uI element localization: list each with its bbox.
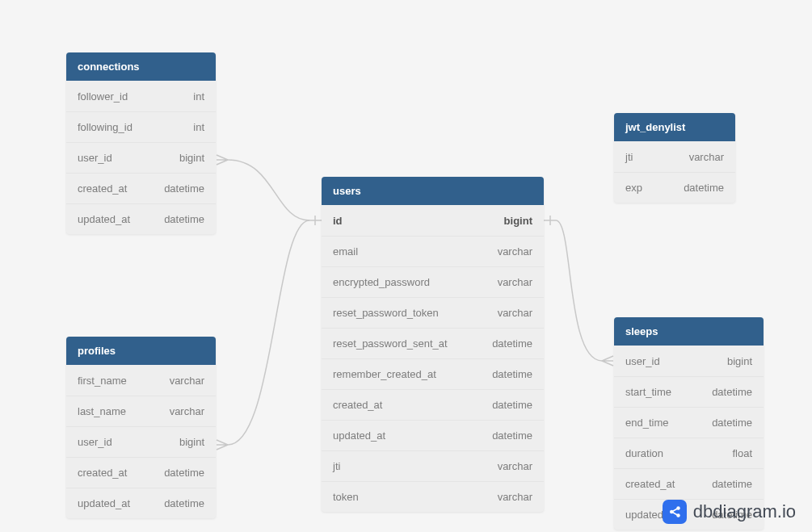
column-row[interactable]: last_namevarchar bbox=[66, 396, 216, 426]
table-header[interactable]: sleeps bbox=[614, 317, 764, 346]
column-row[interactable]: idbigint bbox=[322, 205, 544, 236]
column-name: reset_password_token bbox=[333, 307, 439, 319]
column-type: datetime bbox=[492, 429, 532, 442]
column-type: datetime bbox=[164, 467, 204, 479]
column-row[interactable]: updated_atdatetime bbox=[66, 488, 216, 518]
column-name: updated_at bbox=[333, 429, 385, 442]
column-row[interactable]: expdatetime bbox=[614, 172, 735, 203]
column-row[interactable]: start_timedatetime bbox=[614, 376, 764, 407]
column-type: datetime bbox=[712, 478, 752, 490]
column-name: first_name bbox=[78, 375, 127, 387]
watermark-text: dbdiagram.io bbox=[693, 501, 796, 522]
column-type: datetime bbox=[712, 386, 752, 398]
column-type: bigint bbox=[179, 152, 204, 164]
column-type: varchar bbox=[689, 151, 724, 163]
column-type: varchar bbox=[498, 491, 532, 503]
column-type: varchar bbox=[498, 307, 532, 319]
column-type: datetime bbox=[164, 213, 204, 225]
column-name: duration bbox=[625, 447, 663, 459]
table-header[interactable]: profiles bbox=[66, 337, 216, 365]
column-name: user_id bbox=[625, 355, 660, 367]
column-row[interactable]: end_timedatetime bbox=[614, 407, 764, 438]
column-row[interactable]: remember_created_atdatetime bbox=[322, 358, 544, 389]
column-name: following_id bbox=[78, 121, 133, 133]
column-type: bigint bbox=[504, 215, 532, 227]
column-name: created_at bbox=[78, 467, 127, 479]
column-type: varchar bbox=[170, 405, 204, 417]
column-type: datetime bbox=[492, 368, 532, 380]
column-name: jti bbox=[625, 151, 633, 163]
column-name: reset_password_sent_at bbox=[333, 337, 448, 350]
column-row[interactable]: reset_password_tokenvarchar bbox=[322, 297, 544, 328]
column-name: token bbox=[333, 491, 359, 503]
column-row[interactable]: jtivarchar bbox=[322, 450, 544, 481]
column-row[interactable]: tokenvarchar bbox=[322, 481, 544, 512]
column-name: created_at bbox=[78, 182, 127, 195]
column-row[interactable]: updated_atdatetime bbox=[322, 420, 544, 450]
column-name: updated_at bbox=[78, 497, 130, 509]
column-row[interactable]: following_idint bbox=[66, 111, 216, 142]
column-name: encrypted_password bbox=[333, 276, 430, 288]
table-profiles[interactable]: profilesfirst_namevarcharlast_namevarcha… bbox=[66, 337, 216, 518]
share-icon bbox=[663, 500, 687, 524]
table-header[interactable]: jwt_denylist bbox=[614, 113, 735, 141]
column-row[interactable]: durationfloat bbox=[614, 438, 764, 468]
column-name: start_time bbox=[625, 386, 671, 398]
column-type: datetime bbox=[492, 399, 532, 411]
column-row[interactable]: first_namevarchar bbox=[66, 365, 216, 396]
column-type: int bbox=[193, 121, 204, 133]
column-name: jti bbox=[333, 460, 340, 472]
column-name: user_id bbox=[78, 436, 112, 448]
column-row[interactable]: emailvarchar bbox=[322, 236, 544, 266]
column-name: email bbox=[333, 245, 358, 258]
table-jwt-denylist[interactable]: jwt_denylistjtivarcharexpdatetime bbox=[614, 113, 735, 203]
column-row[interactable]: created_atdatetime bbox=[66, 457, 216, 488]
column-row[interactable]: jtivarchar bbox=[614, 141, 735, 172]
table-sleeps[interactable]: sleepsuser_idbigintstart_timedatetimeend… bbox=[614, 317, 764, 530]
column-row[interactable]: user_idbigint bbox=[66, 142, 216, 173]
column-name: exp bbox=[625, 182, 642, 194]
column-type: varchar bbox=[498, 276, 532, 288]
column-type: datetime bbox=[164, 182, 204, 195]
column-name: created_at bbox=[625, 478, 675, 490]
column-row[interactable]: user_idbigint bbox=[66, 426, 216, 457]
column-type: float bbox=[732, 447, 752, 459]
table-connections[interactable]: connectionsfollower_idintfollowing_idint… bbox=[66, 52, 216, 234]
column-row[interactable]: user_idbigint bbox=[614, 346, 764, 376]
column-type: int bbox=[193, 90, 204, 103]
watermark: dbdiagram.io bbox=[663, 500, 796, 524]
column-name: id bbox=[333, 215, 343, 227]
column-type: varchar bbox=[498, 460, 532, 472]
column-row[interactable]: created_atdatetime bbox=[322, 389, 544, 420]
column-row[interactable]: created_atdatetime bbox=[66, 173, 216, 203]
column-name: end_time bbox=[625, 417, 668, 429]
column-type: datetime bbox=[492, 337, 532, 350]
column-type: varchar bbox=[170, 375, 204, 387]
column-name: user_id bbox=[78, 152, 112, 164]
table-header[interactable]: connections bbox=[66, 52, 216, 81]
column-type: varchar bbox=[498, 245, 532, 258]
column-row[interactable]: follower_idint bbox=[66, 81, 216, 111]
column-row[interactable]: created_atdatetime bbox=[614, 468, 764, 499]
column-type: datetime bbox=[684, 182, 724, 194]
column-name: remember_created_at bbox=[333, 368, 436, 380]
column-type: datetime bbox=[712, 417, 752, 429]
column-name: follower_id bbox=[78, 90, 128, 103]
column-name: updated_at bbox=[78, 213, 130, 225]
column-type: bigint bbox=[179, 436, 204, 448]
column-type: datetime bbox=[164, 497, 204, 509]
column-row[interactable]: reset_password_sent_atdatetime bbox=[322, 328, 544, 358]
column-type: bigint bbox=[727, 355, 752, 367]
table-users[interactable]: usersidbigintemailvarcharencrypted_passw… bbox=[322, 177, 544, 512]
column-row[interactable]: updated_atdatetime bbox=[66, 203, 216, 234]
column-row[interactable]: encrypted_passwordvarchar bbox=[322, 266, 544, 297]
column-name: last_name bbox=[78, 405, 126, 417]
column-name: created_at bbox=[333, 399, 382, 411]
table-header[interactable]: users bbox=[322, 177, 544, 205]
